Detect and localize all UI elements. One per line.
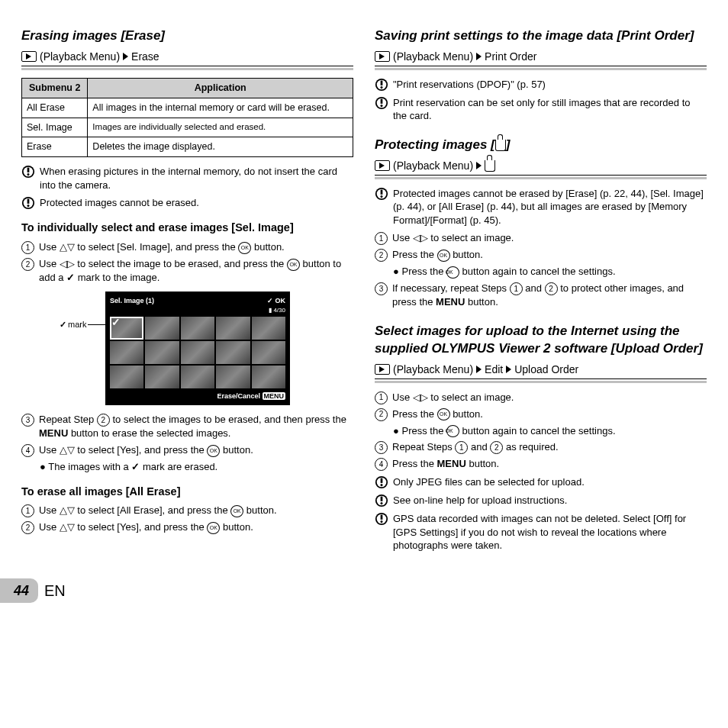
caution-icon — [21, 165, 35, 179]
lcd-ok: ✓ OK — [267, 296, 285, 305]
bullet: ● The images with a ✓ mark are erased. — [40, 460, 353, 474]
caution-icon — [375, 96, 388, 110]
step: 3 Repeat Step 2 to select the images to … — [21, 413, 353, 440]
step-text: Use ◁▷ to select an image. — [392, 391, 514, 404]
left-right-icon: ◁▷ — [413, 391, 428, 403]
step-text: Use △▽ to select [Yes], and press the OK… — [39, 443, 253, 457]
svg-rect-18 — [381, 189, 383, 194]
heading-protect: Protecting images [] — [375, 137, 707, 154]
svg-point-27 — [380, 502, 382, 504]
breadcrumb-print: (Playback Menu) Print Order — [375, 50, 707, 66]
step: 1 Use △▽ to select [All Erase], and pres… — [21, 504, 353, 517]
svg-rect-14 — [381, 98, 383, 103]
note: Print reservation can be set only for st… — [375, 96, 707, 123]
note: Protected images cannot be erased. — [21, 196, 353, 210]
step: 4 Use △▽ to select [Yes], and press the … — [21, 443, 353, 457]
ok-button-icon: OK — [238, 242, 251, 254]
bullet: ● Press the OK button again to cancel th… — [393, 265, 707, 279]
table-cell: Sel. Image — [22, 118, 88, 137]
table-cell: All images in the internal memory or car… — [88, 98, 353, 118]
heading-sel-image: To individually select and erase images … — [21, 221, 353, 236]
up-down-icon: △▽ — [60, 241, 75, 253]
step: 2 Use ◁▷ to select the image to be erase… — [21, 257, 353, 284]
step: 2 Use △▽ to select [Yes], and press the … — [21, 520, 353, 534]
svg-point-19 — [380, 195, 382, 198]
svg-point-7 — [27, 205, 29, 207]
crumb-text: (Playback Menu) — [393, 50, 473, 64]
svg-point-11 — [380, 86, 382, 89]
crumb-text: Edit — [485, 362, 503, 377]
left-right-icon: ◁▷ — [60, 258, 75, 269]
svg-rect-10 — [381, 80, 383, 85]
caution-icon — [375, 475, 388, 489]
note: When erasing pictures in the internal me… — [21, 165, 353, 192]
mark-label: ✓mark — [60, 319, 106, 330]
step-number-icon: 3 — [375, 441, 388, 454]
step-text: Press the OK button. — [392, 407, 483, 421]
step: 3 Repeat Steps 1 and 2 as required. — [375, 440, 707, 454]
crumb-text: (Playback Menu) — [393, 159, 473, 173]
lcd-preview: ✓mark Sel. Image (1) ✓ OK ▮ 4/30 Erase/C… — [105, 292, 290, 405]
caution-icon — [375, 78, 388, 92]
breadcrumb-erase: (Playback Menu) Erase — [21, 50, 353, 66]
step-text: Use △▽ to select [All Erase], and press … — [39, 504, 277, 517]
svg-point-15 — [380, 105, 382, 107]
step-number-icon: 2 — [21, 258, 34, 271]
step-number-icon: 1 — [375, 391, 388, 404]
caution-icon — [375, 494, 388, 507]
crumb-text: (Playback Menu) — [393, 362, 473, 377]
step-number-icon: 3 — [375, 282, 388, 295]
svg-point-3 — [27, 173, 29, 176]
heading-all-erase: To erase all images [All Erase] — [21, 485, 353, 500]
step-text: Repeat Steps 1 and 2 as required. — [392, 440, 559, 454]
svg-rect-6 — [27, 199, 30, 204]
note-text: Only JPEG files can be selected for uplo… — [393, 475, 585, 489]
step-text: Press the OK button. — [392, 248, 483, 262]
note: See on-line help for upload instructions… — [375, 494, 707, 507]
note-text: See on-line help for upload instructions… — [393, 494, 567, 507]
step-number-icon: 2 — [375, 249, 388, 262]
erase-table: Submenu 2 Application All Erase All imag… — [21, 78, 353, 158]
step-number-icon: 4 — [21, 444, 34, 457]
check-icon: ✓ — [66, 272, 75, 283]
caution-icon — [375, 187, 388, 201]
table-cell: Images are individually selected and era… — [88, 118, 353, 137]
heading-upload: Select images for upload to the Internet… — [375, 323, 707, 358]
right-column: Saving print settings to the image data … — [375, 23, 707, 557]
step: 3 If necessary, repeat Steps 1 and 2 to … — [375, 282, 707, 309]
step: 2 Press the OK button. — [375, 407, 707, 421]
lcd-title: Sel. Image (1) — [110, 296, 154, 305]
table-cell: Deletes the image displayed. — [88, 137, 353, 157]
note-text: "Print reservations (DPOF)" (p. 57) — [393, 78, 546, 92]
ok-button-icon: OK — [287, 259, 300, 271]
note: Only JPEG files can be selected for uplo… — [375, 475, 707, 489]
chevron-right-icon — [123, 53, 128, 60]
caution-icon — [375, 512, 388, 526]
note-text: Print reservation can be set only for st… — [393, 96, 707, 123]
up-down-icon: △▽ — [60, 504, 75, 516]
note: GPS data recorded with images can not be… — [375, 512, 707, 552]
note-text: When erasing pictures in the internal me… — [40, 165, 353, 192]
crumb-text: (Playback Menu) — [40, 50, 120, 64]
table-cell: Erase — [22, 137, 88, 157]
svg-rect-26 — [381, 497, 383, 501]
step-text: Use ◁▷ to select the image to be erased,… — [39, 257, 353, 284]
step: 1 Use ◁▷ to select an image. — [375, 231, 707, 245]
page-number: 44 — [0, 578, 38, 603]
svg-point-23 — [380, 484, 382, 486]
ok-button-icon: OK — [437, 250, 450, 262]
th-application: Application — [88, 78, 353, 98]
check-icon: ✓ — [131, 461, 140, 472]
step-number-icon: 2 — [375, 408, 388, 421]
chevron-right-icon — [476, 366, 482, 373]
step-number-icon: 3 — [21, 414, 34, 427]
breadcrumb-protect: (Playback Menu) — [375, 159, 707, 176]
svg-point-31 — [380, 520, 382, 523]
heading-erase: Erasing images [Erase] — [21, 27, 353, 45]
step: 1 Use △▽ to select [Sel. Image], and pre… — [21, 240, 353, 254]
ok-button-icon: OK — [437, 408, 450, 420]
note: "Print reservations (DPOF)" (p. 57) — [375, 78, 707, 92]
ok-button-icon: OK — [446, 425, 459, 437]
playback-icon — [375, 364, 390, 375]
crumb-text: Erase — [131, 50, 159, 64]
